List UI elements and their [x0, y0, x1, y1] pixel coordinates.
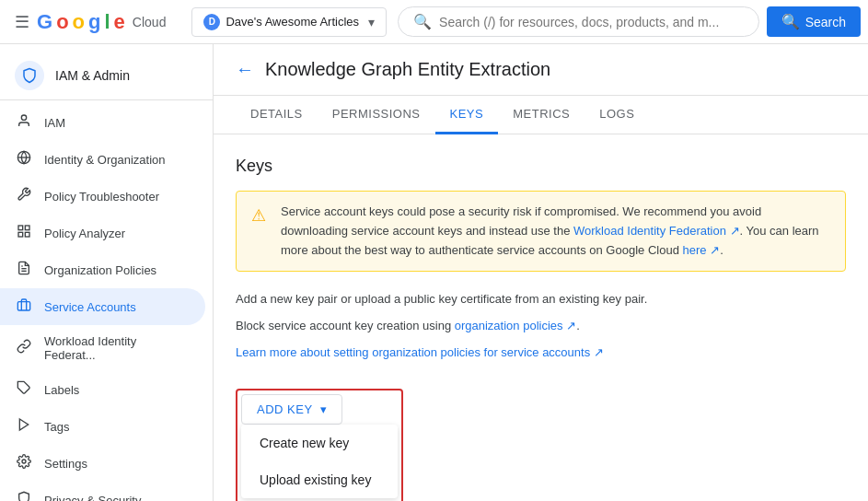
external-link-icon: ↗: [730, 224, 740, 238]
info2-before: Block service account key creation using: [236, 319, 455, 332]
info-text-2: Block service account key creation using…: [236, 317, 846, 336]
info-text-1: Add a new key pair or upload a public ke…: [236, 290, 846, 309]
tabs-bar: DETAILS PERMISSIONS KEYS METRICS LOGS: [214, 96, 868, 134]
labels-icon: [15, 380, 33, 399]
policy-troubleshooter-icon: [15, 187, 33, 205]
page-title: Knowledge Graph Entity Extraction: [265, 59, 550, 80]
logo-l: l: [104, 10, 110, 34]
sidebar-header-icon: [15, 61, 44, 90]
keys-section-title: Keys: [236, 157, 846, 176]
policy-analyzer-icon: [15, 224, 33, 242]
search-button-label: Search: [805, 15, 846, 29]
sidebar-item-label-org-policies: Organization Policies: [44, 263, 156, 277]
tab-logs[interactable]: LOGS: [584, 96, 649, 134]
logo-o1: o: [56, 10, 68, 34]
sidebar-item-labels[interactable]: Labels: [0, 371, 205, 408]
sidebar-item-policy-analyzer[interactable]: Policy Analyzer: [0, 215, 205, 251]
sidebar-item-label-identity-org: Identity & Organization: [44, 153, 166, 167]
privacy-security-icon: [15, 491, 33, 501]
sidebar-title: IAM & Admin: [55, 68, 130, 83]
topbar: ☰ Google Cloud D Dave's Awesome Articles…: [0, 0, 868, 44]
project-chevron-icon: ▾: [368, 15, 375, 29]
sidebar-header: IAM & Admin: [0, 52, 213, 100]
search-bar-icon: 🔍: [413, 13, 432, 30]
learn-more-link[interactable]: Learn more about setting organization po…: [236, 345, 604, 359]
sidebar-item-iam[interactable]: IAM: [0, 104, 205, 141]
here-link-text: here: [682, 243, 706, 257]
logo-cloud-text: Cloud: [133, 15, 167, 29]
service-accounts-icon: [15, 297, 33, 316]
add-key-area: ADD KEY ▾ Create new key Upload existing…: [236, 389, 403, 501]
sidebar-item-label-privacy-security: Privacy & Security: [44, 494, 141, 502]
hamburger-menu[interactable]: ☰: [7, 5, 37, 40]
add-key-button-label: ADD KEY: [257, 402, 313, 416]
page-header: ← Knowledge Graph Entity Extraction: [214, 44, 868, 96]
workload-identity-icon: [15, 339, 33, 357]
sidebar-item-label-service-accounts: Service Accounts: [44, 300, 136, 314]
keys-content: Keys ⚠ Service account keys could pose a…: [214, 134, 868, 501]
organization-policies-icon: [15, 261, 33, 279]
main-layout: IAM & Admin IAM Identity & Organization …: [0, 44, 868, 501]
svg-point-12: [22, 460, 26, 463]
project-icon: D: [203, 14, 220, 30]
search-button[interactable]: 🔍 Search: [767, 6, 861, 37]
logo-o2: o: [73, 10, 85, 34]
search-input[interactable]: [439, 15, 744, 29]
info2-after: .: [576, 319, 580, 332]
sidebar-item-label-settings: Settings: [44, 457, 87, 471]
svg-marker-11: [19, 419, 28, 430]
sidebar-item-label-policy-troubleshooter: Policy Troubleshooter: [44, 190, 159, 204]
sidebar-item-label-workload-identity: Workload Identity Federat...: [44, 334, 191, 362]
warning-text: Service account keys could pose a securi…: [281, 203, 830, 260]
here-link[interactable]: here ↗: [682, 243, 720, 257]
sidebar-item-identity-org[interactable]: Identity & Organization: [0, 141, 205, 178]
search-button-icon: 🔍: [781, 13, 800, 30]
settings-icon: [15, 454, 33, 472]
iam-icon: [15, 113, 33, 132]
sidebar-item-policy-troubleshooter[interactable]: Policy Troubleshooter: [0, 178, 205, 215]
sidebar-item-label-tags: Tags: [44, 420, 69, 434]
info-text-3[interactable]: Learn more about setting organization po…: [236, 344, 846, 363]
sidebar: IAM & Admin IAM Identity & Organization …: [0, 44, 214, 501]
workload-identity-link-text: Workload Identity Federation: [573, 224, 726, 238]
svg-rect-6: [18, 232, 23, 237]
upload-existing-key-option[interactable]: Upload existing key: [241, 461, 398, 498]
logo-g2: g: [88, 10, 100, 34]
logo-e: e: [114, 10, 125, 34]
sidebar-item-label-labels: Labels: [44, 383, 79, 397]
dropdown-arrow-icon: ▾: [320, 402, 328, 416]
svg-rect-3: [18, 226, 23, 230]
create-new-key-option[interactable]: Create new key: [241, 425, 398, 461]
sidebar-item-service-accounts[interactable]: Service Accounts: [0, 288, 205, 325]
sidebar-item-organization-policies[interactable]: Organization Policies: [0, 251, 205, 288]
sidebar-item-label-iam: IAM: [44, 116, 65, 130]
project-selector[interactable]: D Dave's Awesome Articles ▾: [191, 7, 387, 37]
svg-rect-9: [17, 302, 29, 310]
svg-rect-5: [25, 232, 29, 237]
org-policies-link[interactable]: organization policies ↗: [455, 319, 576, 332]
warning-icon: ⚠: [251, 203, 270, 260]
sidebar-item-workload-identity[interactable]: Workload Identity Federat...: [0, 325, 205, 371]
search-bar[interactable]: 🔍: [398, 6, 759, 37]
tab-keys[interactable]: KEYS: [435, 96, 499, 134]
logo-g: G: [37, 10, 52, 34]
sidebar-item-privacy-security[interactable]: Privacy & Security: [0, 482, 205, 501]
tab-metrics[interactable]: METRICS: [498, 96, 584, 134]
sidebar-item-settings[interactable]: Settings: [0, 445, 205, 482]
tab-permissions[interactable]: PERMISSIONS: [318, 96, 435, 134]
back-button[interactable]: ←: [236, 59, 254, 80]
svg-rect-4: [25, 226, 29, 230]
google-cloud-logo: Google Cloud: [37, 10, 166, 34]
add-key-button[interactable]: ADD KEY ▾: [241, 394, 342, 425]
main-content: ← Knowledge Graph Entity Extraction DETA…: [214, 44, 868, 501]
project-name: Dave's Awesome Articles: [226, 15, 359, 29]
tab-details[interactable]: DETAILS: [236, 96, 318, 134]
workload-identity-federation-link[interactable]: Workload Identity Federation ↗: [573, 224, 740, 238]
sidebar-item-tags[interactable]: Tags: [0, 408, 205, 445]
warning-box: ⚠ Service account keys could pose a secu…: [236, 191, 846, 272]
org-policies-link-text: organization policies: [455, 319, 563, 332]
sidebar-item-label-policy-analyzer: Policy Analyzer: [44, 227, 125, 240]
add-key-dropdown-menu: Create new key Upload existing key: [241, 425, 398, 498]
tags-icon: [15, 417, 33, 436]
dropdown-wrapper: ADD KEY ▾ Create new key Upload existing…: [236, 389, 403, 501]
